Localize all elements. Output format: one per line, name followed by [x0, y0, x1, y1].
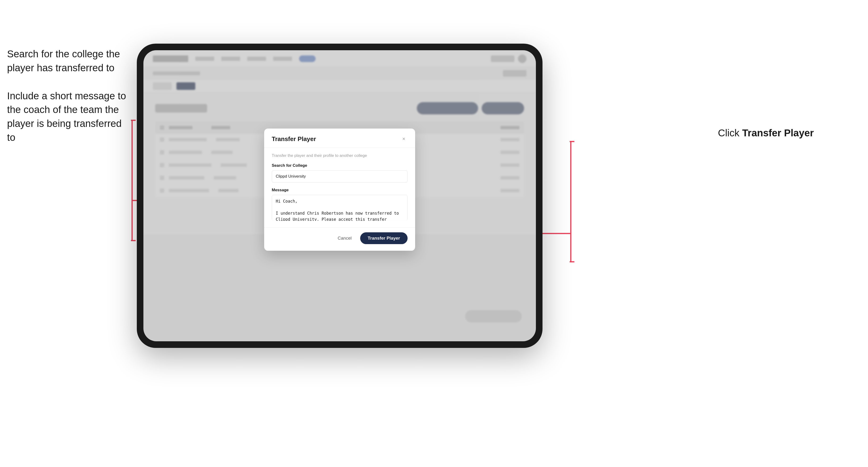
annotation-right: Click Transfer Player	[718, 127, 814, 139]
modal-title: Transfer Player	[272, 135, 316, 143]
message-textarea[interactable]: Hi Coach, I understand Chris Robertson h…	[272, 195, 408, 221]
tablet-frame: Transfer Player × Transfer the player an…	[137, 44, 542, 348]
modal-footer: Cancel Transfer Player	[264, 227, 415, 251]
modal-close-button[interactable]: ×	[400, 135, 408, 143]
search-college-label: Search for College	[272, 163, 408, 168]
modal-subtitle: Transfer the player and their profile to…	[272, 153, 408, 158]
tablet-screen: Transfer Player × Transfer the player an…	[144, 50, 536, 341]
modal-body: Transfer the player and their profile to…	[264, 148, 415, 227]
cancel-button[interactable]: Cancel	[334, 233, 355, 243]
search-college-input[interactable]	[272, 170, 408, 183]
annotation-message-text: Include a short message to the coach of …	[7, 89, 130, 145]
transfer-player-modal: Transfer Player × Transfer the player an…	[264, 129, 415, 251]
message-label: Message	[272, 188, 408, 192]
annotation-search-text: Search for the college the player has tr…	[7, 47, 130, 75]
transfer-player-button[interactable]: Transfer Player	[360, 232, 408, 244]
modal-overlay: Transfer Player × Transfer the player an…	[144, 50, 536, 341]
annotation-left: Search for the college the player has tr…	[7, 47, 130, 159]
modal-header: Transfer Player ×	[264, 129, 415, 148]
